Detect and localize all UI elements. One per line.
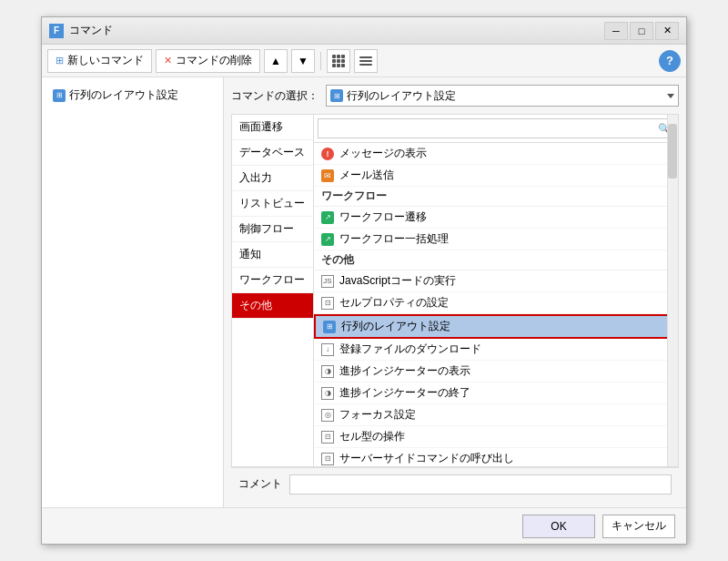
comment-label: コメント (238, 476, 282, 492)
category-item-notification[interactable]: 通知 (232, 242, 313, 268)
new-command-button[interactable]: ⊞ 新しいコマンド (47, 49, 152, 73)
scrollbar-thumb[interactable] (668, 124, 677, 178)
command-list-area: 🔍 ! メッセージの表示 ✉ メール送信 ワークフロー (314, 115, 678, 466)
cell-type-icon: ⊡ (321, 431, 334, 444)
title-bar: F コマンド ─ □ ✕ (42, 17, 686, 45)
inner-content: ⊞ 新しいレイアウ... ターゲット 画面遷移 (231, 114, 679, 467)
category-item-screen-nav[interactable]: 画面遷移 (232, 115, 313, 140)
layout-icon: ⊞ (53, 89, 66, 102)
dropdown-icon: ⊞ (330, 89, 343, 102)
file-download-icon: ↓ (321, 343, 334, 356)
close-button[interactable]: ✕ (655, 22, 679, 40)
category-item-other[interactable]: その他 (232, 293, 313, 319)
progress-show-icon: ◑ (321, 365, 334, 378)
list-icon (359, 56, 372, 66)
grid-view-button[interactable] (327, 49, 350, 73)
section-header-workflow: ワークフロー (314, 187, 678, 207)
progress-end-icon: ◑ (321, 387, 334, 400)
focus-icon: ◎ (321, 409, 334, 422)
right-panel: コマンドの選択： ⊞ 行列のレイアウト設定 ⊞ 新しいレイアウ... (224, 77, 686, 507)
cmd-item-focus[interactable]: ◎ フォーカス設定 (314, 404, 678, 426)
cmd-item-message[interactable]: ! メッセージの表示 (314, 143, 678, 165)
content-area: ⊞ 行列のレイアウト設定 コマンドの選択： ⊞ 行列のレイアウト設定 (42, 77, 686, 507)
dropdown-arrow-icon (667, 94, 674, 98)
move-up-button[interactable]: ▲ (264, 49, 288, 73)
delete-command-button[interactable]: ✕ コマンドの削除 (156, 49, 260, 73)
workflow-batch-icon: ↗ (321, 233, 334, 246)
workflow-transition-icon: ↗ (321, 211, 334, 224)
comment-input[interactable] (289, 474, 672, 495)
search-row: 🔍 (314, 115, 678, 143)
cmd-item-server-cmd[interactable]: ⊡ サーバーサイドコマンドの呼び出し (314, 448, 678, 466)
cmd-item-cell-type[interactable]: ⊡ セル型の操作 (314, 426, 678, 448)
help-button[interactable]: ? (659, 50, 681, 72)
cmd-item-progress-end[interactable]: ◑ 進捗インジケーターの終了 (314, 382, 678, 404)
list-item[interactable]: ⊞ 行列のレイアウト設定 (49, 85, 216, 106)
server-cmd-icon: ⊡ (321, 453, 334, 465)
category-item-io[interactable]: 入出力 (232, 166, 313, 191)
window-title: コマンド (69, 23, 604, 38)
search-input[interactable] (318, 118, 674, 138)
comment-row: コメント (231, 467, 679, 500)
cmd-item-js[interactable]: JS JavaScriptコードの実行 (314, 270, 678, 292)
cmd-item-cell-props[interactable]: ⊡ セルプロパティの設定 (314, 292, 678, 314)
scrollbar[interactable] (667, 115, 678, 466)
command-select-row: コマンドの選択： ⊞ 行列のレイアウト設定 (231, 85, 679, 107)
minimize-button[interactable]: ─ (604, 22, 628, 40)
app-icon: F (49, 24, 64, 38)
cell-props-icon: ⊡ (321, 297, 334, 310)
command-select-label: コマンドの選択： (231, 88, 318, 104)
cmd-item-workflow-transition[interactable]: ↗ ワークフロー遷移 (314, 207, 678, 229)
maximize-button[interactable]: □ (630, 22, 653, 40)
category-menu: 画面遷移 データベース 入出力 リストビュー 制御フロー (232, 115, 314, 466)
email-icon: ✉ (321, 169, 334, 182)
category-item-control-flow[interactable]: 制御フロー (232, 217, 313, 242)
toolbar: ⊞ 新しいコマンド ✕ コマンドの削除 ▲ ▼ ? (42, 45, 686, 77)
main-window: F コマンド ─ □ ✕ ⊞ 新しいコマンド ✕ コマンドの削除 ▲ ▼ (41, 16, 687, 545)
new-command-icon: ⊞ (56, 55, 64, 66)
command-dropdown-popup: 画面遷移 データベース 入出力 リストビュー 制御フロー (232, 115, 678, 466)
category-item-listview[interactable]: リストビュー (232, 191, 313, 217)
footer-buttons: OK キャンセル (42, 507, 686, 544)
cancel-button[interactable]: キャンセル (602, 515, 675, 538)
ok-button[interactable]: OK (522, 515, 595, 538)
command-select-dropdown[interactable]: ⊞ 行列のレイアウト設定 (326, 85, 679, 107)
list-view-button[interactable] (354, 49, 378, 73)
section-header-other: その他 (314, 250, 678, 270)
js-icon: JS (321, 275, 334, 288)
cmd-item-file-download[interactable]: ↓ 登録ファイルのダウンロード (314, 339, 678, 361)
window-controls: ─ □ ✕ (604, 22, 679, 40)
left-panel: ⊞ 行列のレイアウト設定 (42, 77, 224, 507)
cmd-item-progress-show[interactable]: ◑ 進捗インジケーターの表示 (314, 361, 678, 382)
layout-cmd-icon: ⊞ (323, 321, 336, 333)
toolbar-separator (320, 52, 321, 70)
move-down-button[interactable]: ▼ (291, 49, 315, 73)
cmd-item-workflow-batch[interactable]: ↗ ワークフロー一括処理 (314, 229, 678, 250)
category-item-workflow[interactable]: ワークフロー (232, 268, 313, 293)
message-icon: ! (321, 148, 334, 160)
cmd-item-email[interactable]: ✉ メール送信 (314, 165, 678, 187)
category-item-database[interactable]: データベース (232, 140, 313, 166)
grid-icon (332, 55, 345, 67)
delete-command-icon: ✕ (164, 55, 172, 66)
cmd-item-layout[interactable]: ⊞ 行列のレイアウト設定 (314, 314, 678, 339)
